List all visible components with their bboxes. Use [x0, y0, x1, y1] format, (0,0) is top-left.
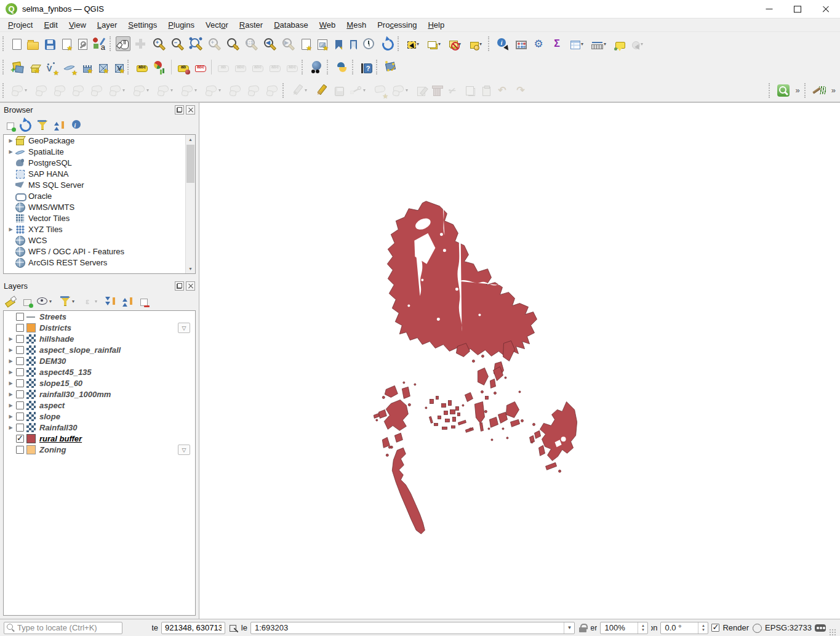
- map-canvas[interactable]: [199, 103, 840, 619]
- expand-arrow-icon[interactable]: ▶: [7, 425, 15, 430]
- fill-ring-dropdown[interactable]: ▾: [218, 87, 223, 93]
- window-resize-grip[interactable]: [829, 629, 836, 636]
- crs-status[interactable]: EPSG:32733: [765, 623, 812, 632]
- open-layer-styling[interactable]: [3, 293, 19, 309]
- layer-item-rainfall30[interactable]: ▶Rainfall30: [4, 422, 195, 433]
- offset-curve-dropdown[interactable]: ▾: [122, 87, 127, 93]
- browser-scrollbar[interactable]: ▲ ▼: [185, 135, 195, 273]
- expand-arrow-icon[interactable]: ▶: [7, 149, 15, 155]
- digitize-with-segment-dropdown[interactable]: ▾: [363, 87, 368, 93]
- select-features-dropdown[interactable]: ▾: [417, 41, 422, 47]
- advanced-digitizing-tools-dropdown[interactable]: ▾: [406, 87, 410, 93]
- menu-processing[interactable]: Processing: [372, 19, 422, 31]
- add-part-dropdown[interactable]: ▾: [194, 87, 199, 93]
- select-by-location[interactable]: ▾: [466, 37, 486, 50]
- new-print-layout[interactable]: [58, 36, 73, 52]
- expand-arrow-icon[interactable]: ▶: [7, 380, 15, 386]
- map-tips[interactable]: [612, 38, 627, 50]
- layers-close-button[interactable]: [186, 281, 195, 291]
- expand-arrow-icon[interactable]: ▶: [7, 414, 15, 419]
- layer-labeling-options[interactable]: ab: [175, 60, 191, 74]
- new-virtual-layer[interactable]: [79, 60, 94, 74]
- move-feature-dropdown[interactable]: ▾: [25, 87, 30, 93]
- grass-tools[interactable]: [810, 82, 828, 99]
- grass-toolbar-expander[interactable]: »: [828, 86, 839, 95]
- browser-item-oracle[interactable]: Oracle: [4, 190, 195, 201]
- show-unplaced-labels[interactable]: abc: [192, 60, 208, 74]
- layers-float-button[interactable]: [175, 281, 184, 291]
- new-spatial-bookmark[interactable]: [330, 36, 344, 52]
- menu-edit[interactable]: Edit: [38, 19, 63, 31]
- style-manager[interactable]: [90, 35, 108, 52]
- layer-visibility-checkbox[interactable]: [16, 413, 24, 421]
- pan-map[interactable]: [116, 36, 130, 51]
- filter-legend-dropdown[interactable]: ▾: [72, 299, 77, 304]
- processing-search[interactable]: [775, 82, 792, 99]
- refresh-browser[interactable]: [17, 117, 33, 133]
- new-shapefile-layer[interactable]: V: [42, 58, 59, 76]
- expand-arrow-icon[interactable]: ▶: [7, 403, 15, 408]
- processing-toolbox[interactable]: ⚙: [530, 35, 547, 52]
- locator-box[interactable]: [4, 622, 122, 634]
- layer-visibility-checkbox[interactable]: [16, 368, 24, 376]
- layer-visibility-checkbox[interactable]: [16, 390, 24, 398]
- expand-arrow-icon[interactable]: ▶: [7, 227, 15, 232]
- identify-features[interactable]: i: [494, 35, 511, 52]
- deselect-features[interactable]: ▾: [446, 37, 465, 50]
- close-button[interactable]: [812, 0, 840, 18]
- python-console[interactable]: [333, 58, 350, 76]
- layer-item-rainfall30-1000mm[interactable]: ▶rainfall30_1000mm: [4, 388, 195, 400]
- annotations-dropdown[interactable]: ▾: [641, 41, 646, 47]
- enable-properties-widget[interactable]: i: [68, 117, 84, 133]
- measure-line-dropdown[interactable]: ▾: [604, 41, 609, 47]
- search-toolbar-expander[interactable]: »: [793, 86, 803, 95]
- field-calculator[interactable]: [513, 36, 529, 51]
- browser-float-button[interactable]: [175, 105, 184, 115]
- select-features[interactable]: ▾: [404, 37, 423, 50]
- refresh-map[interactable]: [378, 35, 396, 52]
- coordinate-input[interactable]: [165, 623, 222, 632]
- menu-project[interactable]: Project: [2, 19, 38, 31]
- add-ring-dropdown[interactable]: ▾: [170, 87, 175, 93]
- messages-icon[interactable]: [815, 623, 825, 633]
- new-geopackage-layer[interactable]: [27, 60, 41, 74]
- menu-view[interactable]: View: [63, 19, 92, 31]
- expand-arrow-icon[interactable]: ▶: [7, 336, 15, 342]
- menu-plugins[interactable]: Plugins: [162, 19, 200, 31]
- expand-arrow-icon[interactable]: ▶: [7, 138, 15, 143]
- coordinate-box[interactable]: [161, 622, 225, 634]
- layer-diagram[interactable]: [151, 58, 168, 76]
- layer-item-aspect[interactable]: ▶aspect: [4, 400, 195, 411]
- browser-item-xyz-tiles[interactable]: ▶XYZ Tiles: [4, 223, 195, 235]
- layer-visibility-checkbox[interactable]: [16, 401, 24, 409]
- browser-item-wfs-ogc-api-features[interactable]: WFS / OGC API - Features: [4, 246, 195, 257]
- layer-item-aspect45-135[interactable]: ▶aspect45_135: [4, 366, 195, 377]
- menu-help[interactable]: Help: [422, 19, 450, 31]
- layer-visibility-checkbox[interactable]: [16, 435, 24, 443]
- scroll-up-icon[interactable]: ▲: [186, 135, 195, 144]
- layer-filter-indicator[interactable]: ▽: [178, 323, 190, 333]
- zoom-to-layer[interactable]: [224, 35, 241, 52]
- expand-arrow-icon[interactable]: ▶: [7, 369, 15, 375]
- manage-map-themes-dropdown[interactable]: ▾: [49, 299, 54, 304]
- zoom-out[interactable]: −: [169, 35, 186, 52]
- layer-item-aspect-slope-rainfall[interactable]: ▶aspect_slope_rainfall: [4, 344, 195, 355]
- temporal-controller[interactable]: [360, 35, 377, 52]
- layer-item-slope[interactable]: ▶slope: [4, 411, 195, 422]
- magnifier-spinbox[interactable]: 100% ▲▼: [600, 622, 648, 634]
- browser-item-arcgis-rest-servers[interactable]: ArcGIS REST Servers: [4, 257, 195, 268]
- layer-labeling[interactable]: abc: [134, 60, 150, 74]
- filter-legend[interactable]: ▾: [57, 293, 78, 309]
- layer-item-rural-buffer[interactable]: rural buffer: [4, 433, 195, 444]
- zoom-in[interactable]: +: [150, 35, 167, 52]
- scroll-down-icon[interactable]: ▼: [186, 264, 195, 273]
- show-layout-manager[interactable]: [74, 36, 89, 52]
- layer-visibility-checkbox[interactable]: [16, 313, 24, 321]
- scale-lock-icon[interactable]: [578, 623, 588, 633]
- layer-visibility-checkbox[interactable]: [16, 446, 24, 454]
- new-project[interactable]: [9, 36, 23, 52]
- save-project[interactable]: [42, 36, 57, 52]
- browser-item-spatialite[interactable]: ▶SpatiaLite: [4, 146, 195, 157]
- layer-visibility-checkbox[interactable]: [16, 324, 24, 332]
- toggle-editing[interactable]: [313, 82, 330, 99]
